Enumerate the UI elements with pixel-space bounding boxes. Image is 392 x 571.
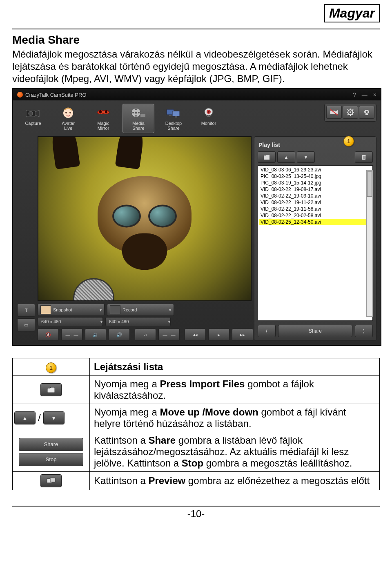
tool-capture[interactable]: Capture: [17, 104, 49, 133]
resolution-1[interactable]: 640 x 480▾: [38, 317, 103, 326]
scrollbar[interactable]: [366, 170, 373, 317]
snapshot-label: Snapshot: [53, 307, 72, 312]
slash-sep: /: [38, 412, 41, 424]
stop-btn-icon: Stop: [19, 453, 83, 466]
tool-label: Capture: [18, 121, 48, 131]
prev-button[interactable]: ◂◂: [185, 329, 206, 341]
callout-1: 1: [343, 136, 356, 148]
svg-point-4: [65, 112, 67, 113]
callout-1-icon: 1: [46, 362, 56, 373]
row1-title: Lejátszási lista: [94, 361, 163, 372]
divider-top: [12, 29, 380, 29]
mask-icon: [95, 106, 112, 119]
vol-mute-button[interactable]: 🔇: [38, 329, 59, 341]
intro-paragraph: Médiafájlok megosztása várakozás nélkül …: [12, 48, 380, 85]
share-button[interactable]: Share: [278, 325, 352, 337]
list-item[interactable]: VID_08-02-22_19-11-22.avi: [259, 199, 372, 206]
move-up-button[interactable]: ▲: [277, 151, 295, 163]
folder-icon: [40, 383, 62, 396]
gear-icon[interactable]: [343, 106, 358, 119]
tool-media-share[interactable]: Media Share: [122, 104, 154, 133]
settings-icon-group: [324, 104, 376, 122]
svg-line-34: [352, 109, 354, 111]
help-button[interactable]: ?: [353, 91, 356, 98]
expand-left-button[interactable]: ⟨: [258, 325, 276, 337]
preview-icon: [40, 474, 62, 487]
file-list[interactable]: VID_08-03-06_16-29-23.avi PIC_08-02-25_1…: [258, 165, 373, 321]
app-title: CrazyTalk CamSuite PRO: [25, 92, 87, 98]
playlist-toolbar: ▲ ▼: [258, 151, 373, 163]
frame-tool-button[interactable]: ▭: [17, 318, 35, 331]
tool-label: Monitor: [194, 121, 224, 131]
svg-point-12: [135, 115, 137, 117]
list-item[interactable]: VID_08-03-06_16-29-23.avi: [259, 167, 372, 173]
tool-label: Media Share: [123, 121, 154, 131]
playback-controls: 🔇 — · — 🔉 🔊 ♫ — · — ◂◂ ▸ ▸▸ ▭: [38, 329, 250, 341]
music-slider[interactable]: — · —: [158, 329, 180, 341]
snapshot-button[interactable]: Snapshot ▾: [38, 304, 105, 316]
svg-line-33: [347, 114, 349, 116]
scrollbar-thumb[interactable]: [367, 171, 372, 197]
svg-rect-44: [50, 478, 55, 482]
vol-down-button[interactable]: 🔉: [85, 329, 106, 341]
svg-point-10: [135, 109, 137, 110]
legend-table: 1 Lejátszási lista Nyomja meg a Press Im…: [12, 358, 380, 490]
svg-rect-18: [175, 116, 177, 118]
svg-point-2: [29, 111, 33, 116]
svg-marker-1: [35, 110, 39, 117]
camera-off-icon[interactable]: [326, 106, 342, 119]
tool-monitor[interactable]: Monitor: [193, 104, 225, 133]
music-button[interactable]: ♫: [135, 329, 156, 341]
left-button-column: T ▭: [17, 139, 35, 341]
import-files-button[interactable]: [258, 151, 276, 163]
record-button[interactable]: Record ▾: [107, 304, 174, 316]
list-item[interactable]: PIC_08-02-25_13-25-40.jpg: [259, 173, 372, 180]
resolution-2[interactable]: 640 x 480▾: [105, 317, 171, 326]
tool-label: Desktop Share: [158, 121, 189, 131]
list-item[interactable]: PIC_08-03-19_15-14-12.jpg: [259, 180, 372, 186]
expand-right-button[interactable]: ⟩: [355, 325, 373, 337]
callout-1-number: 1: [343, 136, 354, 147]
chevron-down-icon: ▾: [100, 308, 102, 312]
vol-up-button[interactable]: 🔊: [109, 329, 130, 341]
list-item-selected[interactable]: VID_08-02-25_12-34-50.avi: [259, 219, 372, 225]
text-tool-button[interactable]: T: [17, 304, 35, 317]
minimize-button[interactable]: —: [362, 91, 368, 98]
camera-icon: [24, 106, 42, 119]
svg-point-6: [99, 110, 102, 113]
snapshot-thumb-icon: [40, 305, 51, 314]
row2-pre: Nyomja meg a: [94, 378, 160, 389]
svg-rect-14: [140, 114, 145, 117]
playlist-panel: 1 Play list ▲ ▼ VID_08-03-06_16-29-23.av…: [254, 136, 376, 341]
vol-slider[interactable]: — · —: [61, 329, 82, 341]
svg-point-36: [366, 111, 368, 113]
main-toolbar: Capture Avatar Live Magic Mirror Media S…: [13, 100, 381, 134]
tool-magic-mirror[interactable]: Magic Mirror: [87, 104, 119, 133]
table-row: Nyomja meg a Press Import Files gombot a…: [13, 376, 380, 404]
app-logo-icon: [17, 92, 23, 98]
list-item[interactable]: VID_08-02-22_19-09-10.avi: [259, 193, 372, 199]
svg-point-11: [138, 112, 140, 113]
list-item[interactable]: VID_08-02-22_19-11-58.avi: [259, 206, 372, 212]
divider-bottom: [12, 506, 380, 507]
svg-rect-39: [362, 155, 366, 156]
svg-rect-17: [169, 115, 172, 116]
row3-pre: Nyomja meg a: [94, 407, 160, 418]
webcam-small-icon[interactable]: [359, 106, 374, 119]
down-icon: ▼: [43, 411, 65, 424]
close-button[interactable]: ×: [373, 91, 376, 98]
row4-b2: Stop: [182, 458, 203, 469]
svg-line-31: [347, 109, 349, 111]
row2-bold: Press Import Files: [160, 378, 245, 389]
move-up-down-icons: ▲ / ▼: [14, 411, 88, 424]
play-button[interactable]: ▸: [208, 329, 229, 341]
move-down-button[interactable]: ▼: [297, 151, 315, 163]
svg-point-9: [135, 112, 137, 114]
next-button[interactable]: ▸▸: [232, 329, 253, 341]
tool-desktop-share[interactable]: Desktop Share: [158, 104, 189, 133]
list-item[interactable]: VID_08-02-22_20-02-58.avi: [259, 212, 372, 219]
delete-button[interactable]: [355, 151, 373, 163]
list-item[interactable]: VID_08-02-22_19-08-17.avi: [259, 186, 372, 193]
tool-avatar-live[interactable]: Avatar Live: [52, 104, 84, 133]
res2-text: 640 x 480: [109, 319, 129, 324]
